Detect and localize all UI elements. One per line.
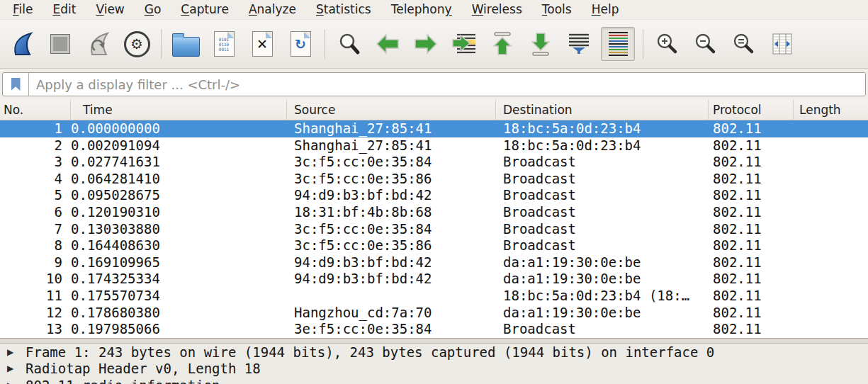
reload-file-button[interactable]: ↻ (284, 28, 317, 60)
menu-item-wireless[interactable]: Wireless (462, 0, 532, 19)
resize-columns-button[interactable] (766, 28, 799, 60)
auto-scroll-button[interactable] (563, 28, 595, 60)
zoom-in-icon (655, 32, 680, 56)
zoom-normal-button[interactable] (728, 28, 760, 60)
menu-item-analyze[interactable]: Analyze (239, 0, 306, 19)
packet-details-pane: ▶Frame 1: 243 bytes on wire (1944 bits),… (0, 344, 868, 384)
menu-item-statistics[interactable]: Statistics (306, 0, 381, 19)
column-header-protocol[interactable]: Protocol (709, 100, 794, 120)
packet-row-12[interactable]: 120.178680380Hangzhou_cd:7a:70da:a1:19:3… (0, 305, 868, 322)
cell-length (794, 305, 868, 322)
cell-length (794, 154, 868, 171)
packet-row-7[interactable]: 70.1303038803c:f5:cc:0e:35:84Broadcast80… (0, 221, 868, 238)
x-glyph: ✕ (257, 38, 268, 51)
display-filter-input[interactable] (29, 73, 865, 96)
reload-file-icon: ↻ (291, 31, 311, 57)
cell-protocol: 802.11 (709, 204, 794, 221)
cell-source: Shanghai_27:85:41 (287, 120, 496, 137)
cell-destination: Broadcast (496, 154, 709, 171)
packet-row-11[interactable]: 110.17557073418:bc:5a:0d:23:b4 (18:…802.… (0, 288, 868, 305)
start-capture-button[interactable] (6, 28, 38, 60)
column-header-length[interactable]: Length (794, 100, 868, 120)
cell-time: 0.064281410 (71, 171, 287, 188)
colorize-packets-button[interactable] (601, 27, 635, 61)
packet-row-10[interactable]: 100.17432533494:d9:b3:bf:bd:42da:a1:19:3… (0, 271, 868, 288)
toolbar-separator (161, 29, 162, 59)
column-header-no[interactable]: No. (0, 100, 71, 120)
wireshark-window: FileEditViewGoCaptureAnalyzeStatisticsTe… (0, 0, 868, 384)
packet-row-4[interactable]: 40.0642814103c:f5:cc:0e:35:86Broadcast80… (0, 171, 868, 188)
column-header-source[interactable]: Source (287, 100, 496, 120)
packet-row-1[interactable]: 10.000000000Shanghai_27:85:4118:bc:5a:0d… (0, 120, 868, 137)
packet-row-13[interactable]: 130.1979850663e:f5:cc:0e:35:84Broadcast8… (0, 321, 868, 338)
pane-splitter[interactable] (0, 338, 868, 344)
save-file-icon: 0101 0110 0011 (214, 31, 235, 57)
column-header-time[interactable]: Time (71, 100, 287, 120)
stop-capture-button[interactable] (44, 28, 77, 60)
cell-time: 0.027741631 (71, 154, 287, 171)
cell-no: 1 (0, 120, 71, 137)
detail-line[interactable]: ▶802.11 radio information (0, 378, 868, 384)
menu-item-view[interactable]: View (86, 0, 134, 19)
close-file-icon: ✕ (252, 31, 273, 57)
detail-line[interactable]: ▶Radiotap Header v0, Length 18 (0, 361, 868, 377)
cell-length (794, 187, 868, 204)
cell-destination: da:a1:19:30:0e:be (496, 271, 709, 288)
cell-source: 18:31:bf:4b:8b:68 (287, 204, 496, 221)
menu-item-capture[interactable]: Capture (171, 0, 239, 19)
cell-source: 3c:f5:cc:0e:35:84 (287, 221, 496, 238)
find-packet-button[interactable] (333, 28, 366, 60)
cell-time: 0.178680380 (71, 305, 287, 322)
cell-source: 3e:f5:cc:0e:35:84 (287, 321, 496, 338)
packet-row-6[interactable]: 60.12019031018:31:bf:4b:8b:68Broadcast80… (0, 204, 868, 221)
packet-row-5[interactable]: 50.09502867594:d9:b3:bf:bd:42Broadcast80… (0, 187, 868, 204)
packet-row-3[interactable]: 30.0277416313c:f5:cc:0e:35:84Broadcast80… (0, 154, 868, 171)
column-header-destination[interactable]: Destination (496, 100, 709, 120)
go-to-packet-button[interactable] (448, 28, 480, 60)
go-to-last-packet-button[interactable] (524, 28, 557, 60)
cell-time: 0.169109965 (71, 254, 287, 271)
menu-item-file[interactable]: File (3, 0, 43, 19)
cell-destination: da:a1:19:30:0e:be (496, 254, 709, 271)
go-to-first-packet-button[interactable] (486, 28, 519, 60)
filter-bookmark-button[interactable] (3, 73, 29, 96)
cell-no: 7 (0, 221, 71, 238)
menu-item-help[interactable]: Help (582, 0, 629, 19)
cell-protocol: 802.11 (709, 271, 794, 288)
cell-protocol: 802.11 (709, 305, 794, 322)
packet-row-9[interactable]: 90.16910996594:d9:b3:bf:bd:42da:a1:19:30… (0, 254, 868, 271)
cell-protocol: 802.11 (709, 237, 794, 254)
zoom-in-button[interactable] (651, 28, 684, 60)
expander-triangle-icon[interactable]: ▶ (0, 378, 26, 384)
cell-destination: Broadcast (496, 204, 709, 221)
menu-item-telephony[interactable]: Telephony (381, 0, 462, 19)
packet-row-8[interactable]: 80.1644086303c:f5:cc:0e:35:86Broadcast80… (0, 237, 868, 254)
restart-capture-button[interactable] (82, 28, 115, 60)
cell-no: 8 (0, 237, 71, 254)
cell-no: 4 (0, 171, 71, 188)
cell-length (794, 254, 868, 271)
expander-triangle-icon[interactable]: ▶ (0, 361, 26, 377)
detail-line[interactable]: ▶Frame 1: 243 bytes on wire (1944 bits),… (0, 344, 868, 361)
cell-source: 94:d9:b3:bf:bd:42 (287, 254, 496, 271)
open-file-button[interactable] (169, 28, 202, 60)
cell-destination: Broadcast (496, 237, 709, 254)
menu-item-go[interactable]: Go (135, 0, 171, 19)
open-file-folder-icon (172, 37, 200, 57)
cell-protocol: 802.11 (709, 154, 794, 171)
close-file-button[interactable]: ✕ (246, 28, 278, 60)
menu-item-edit[interactable]: Edit (43, 0, 86, 19)
expander-triangle-icon[interactable]: ▶ (0, 344, 26, 361)
go-back-button[interactable] (371, 28, 404, 60)
cell-protocol: 802.11 (709, 321, 794, 338)
menu-item-tools[interactable]: Tools (532, 0, 582, 19)
cell-source: 3c:f5:cc:0e:35:86 (287, 237, 496, 254)
cell-time: 0.164408630 (71, 237, 287, 254)
stop-capture-icon (50, 34, 70, 54)
cell-length (794, 237, 868, 254)
zoom-out-button[interactable] (689, 28, 722, 60)
go-forward-button[interactable] (410, 28, 442, 60)
capture-options-button[interactable]: ⚙ (120, 28, 153, 60)
packet-row-2[interactable]: 20.002091094Shanghai_27:85:4118:bc:5a:0d… (0, 137, 868, 154)
save-file-button[interactable]: 0101 0110 0011 (208, 28, 240, 60)
